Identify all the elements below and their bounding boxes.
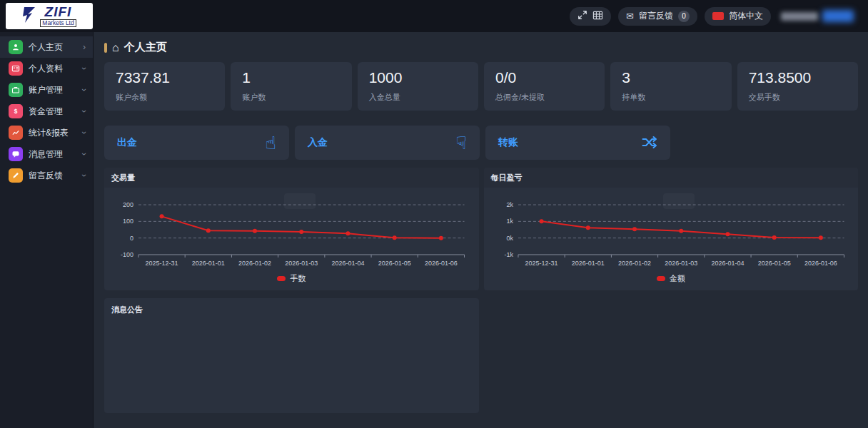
page-title-text: 个人主页 bbox=[124, 41, 167, 54]
charts-row: 交易量 2001000-1002025-12-312026-01-012026-… bbox=[104, 168, 858, 290]
grid-icon[interactable] bbox=[592, 10, 603, 23]
svg-text:2025-12-31: 2025-12-31 bbox=[146, 260, 178, 267]
sidebar-item-label: 资金管理 bbox=[29, 106, 63, 118]
legend-marker bbox=[657, 276, 665, 281]
fullscreen-icon[interactable] bbox=[577, 10, 587, 22]
svg-text:2026-01-03: 2026-01-03 bbox=[665, 260, 697, 267]
svg-text:100: 100 bbox=[123, 218, 133, 225]
announcements-title: 消息公告 bbox=[111, 305, 472, 315]
pnl-chart-legend[interactable]: 金额 bbox=[488, 272, 854, 290]
stat-label: 账户余额 bbox=[116, 92, 213, 103]
stat-card-deposits: 1000 入金总量 bbox=[358, 62, 478, 111]
chat-icon bbox=[9, 147, 23, 161]
user-menu[interactable] bbox=[778, 6, 857, 27]
svg-text:2k: 2k bbox=[506, 201, 513, 208]
feedback-count-badge: 0 bbox=[678, 11, 690, 22]
chevron-down-icon: › bbox=[80, 88, 89, 91]
legend-label: 金额 bbox=[670, 273, 685, 284]
chevron-down-icon: › bbox=[80, 174, 89, 177]
svg-text:$: $ bbox=[14, 108, 18, 115]
logo-subtitle: Markets Ltd bbox=[40, 19, 76, 27]
main-content: ⌂ 个人主页 7337.81 账户余额 1 账户数 1000 入金总量 0/0 … bbox=[94, 32, 868, 428]
stat-card-accounts: 1 账户数 bbox=[231, 62, 351, 111]
actions-row: 出金 ☝ 入金 ☟ 转账 bbox=[104, 126, 858, 160]
svg-text:2026-01-04: 2026-01-04 bbox=[331, 260, 364, 267]
username-blurred bbox=[781, 12, 818, 21]
flag-icon bbox=[712, 12, 724, 20]
stat-card-commission: 0/0 总佣金/未提取 bbox=[484, 62, 605, 111]
sidebar-item-label: 个人资料 bbox=[29, 63, 63, 75]
volume-chart-legend[interactable]: 手数 bbox=[108, 272, 475, 290]
stat-label: 入金总量 bbox=[369, 92, 467, 103]
svg-text:0k: 0k bbox=[506, 235, 513, 242]
dollar-icon: $ bbox=[9, 104, 23, 118]
volume-chart-panel: 交易量 2001000-1002025-12-312026-01-012026-… bbox=[104, 168, 479, 290]
chevron-down-icon: › bbox=[80, 131, 89, 134]
sidebar-item-home[interactable]: 个人主页 › bbox=[0, 36, 93, 58]
svg-text:2026-01-06: 2026-01-06 bbox=[804, 260, 837, 267]
chevron-down-icon: › bbox=[80, 67, 89, 70]
home-icon: ⌂ bbox=[112, 42, 119, 54]
transfer-button[interactable]: 转账 bbox=[485, 126, 670, 160]
svg-text:200: 200 bbox=[123, 201, 133, 208]
transfer-label: 转账 bbox=[498, 136, 518, 149]
hand-up-icon: ☝ bbox=[266, 134, 276, 152]
svg-text:2026-01-01: 2026-01-01 bbox=[192, 260, 225, 267]
title-accent-bar bbox=[104, 43, 107, 53]
withdraw-button[interactable]: 出金 ☝ bbox=[104, 126, 289, 160]
logo[interactable]: ZIFI Markets Ltd bbox=[6, 3, 93, 29]
chevron-down-icon: › bbox=[80, 153, 89, 156]
stat-value: 1000 bbox=[369, 69, 467, 86]
language-selector[interactable]: 简体中文 bbox=[705, 7, 771, 26]
stats-row: 7337.81 账户余额 1 账户数 1000 入金总量 0/0 总佣金/未提取… bbox=[104, 62, 858, 111]
page-title: ⌂ 个人主页 bbox=[104, 41, 858, 54]
svg-text:-1k: -1k bbox=[504, 251, 513, 258]
stat-value: 713.8500 bbox=[749, 69, 847, 86]
topbar-tools bbox=[570, 7, 611, 26]
sidebar: 个人主页 › 个人资料 › 账户管理 › $ 资金管理 bbox=[0, 32, 94, 428]
user-icon bbox=[9, 40, 23, 54]
sidebar-item-feedback[interactable]: 留言反馈 › bbox=[0, 165, 93, 186]
avatar bbox=[822, 10, 854, 22]
svg-text:-100: -100 bbox=[121, 251, 133, 258]
stat-label: 账户数 bbox=[242, 92, 340, 103]
sidebar-item-label: 统计&报表 bbox=[29, 127, 69, 139]
stat-value: 3 bbox=[622, 69, 720, 86]
sidebar-item-label: 留言反馈 bbox=[29, 170, 63, 182]
feedback-button[interactable]: ✉ 留言反馈 0 bbox=[618, 7, 697, 26]
id-card-icon bbox=[9, 61, 23, 76]
svg-text:2026-01-02: 2026-01-02 bbox=[238, 260, 271, 267]
deposit-button[interactable]: 入金 ☟ bbox=[295, 126, 480, 160]
chart-icon bbox=[9, 126, 23, 140]
withdraw-label: 出金 bbox=[117, 136, 137, 149]
sidebar-item-label: 消息管理 bbox=[29, 148, 63, 160]
pnl-line-chart: 2k1k0k-1k2025-12-312026-01-012026-01-022… bbox=[488, 192, 854, 272]
pencil-icon bbox=[9, 168, 23, 183]
pnl-chart-panel: 每日盈亏 2k1k0k-1k2025-12-312026-01-012026-0… bbox=[484, 168, 859, 290]
svg-text:2026-01-02: 2026-01-02 bbox=[618, 260, 651, 267]
svg-text:0: 0 bbox=[130, 235, 133, 242]
chevron-down-icon: › bbox=[80, 110, 89, 113]
legend-marker bbox=[277, 276, 286, 281]
shuffle-icon bbox=[642, 134, 657, 152]
language-label: 简体中文 bbox=[729, 10, 763, 22]
deposit-label: 入金 bbox=[308, 136, 328, 149]
sidebar-item-profile[interactable]: 个人资料 › bbox=[0, 58, 93, 79]
sidebar-item-accounts[interactable]: 账户管理 › bbox=[0, 79, 93, 101]
sidebar-item-funds[interactable]: $ 资金管理 › bbox=[0, 101, 93, 122]
svg-text:2026-01-03: 2026-01-03 bbox=[285, 260, 318, 267]
sidebar-item-reports[interactable]: 统计&报表 › bbox=[0, 122, 93, 143]
svg-text:2026-01-01: 2026-01-01 bbox=[571, 260, 604, 267]
svg-text:2025-12-31: 2025-12-31 bbox=[525, 260, 557, 267]
envelope-icon: ✉ bbox=[626, 11, 634, 21]
sidebar-item-label: 个人主页 bbox=[29, 41, 63, 54]
sidebar-item-messages[interactable]: 消息管理 › bbox=[0, 143, 93, 165]
stat-card-lots: 713.8500 交易手数 bbox=[737, 62, 858, 111]
svg-text:2026-01-05: 2026-01-05 bbox=[378, 260, 411, 267]
logo-z-icon bbox=[22, 6, 38, 27]
stat-value: 7337.81 bbox=[116, 69, 213, 86]
stat-card-balance: 7337.81 账户余额 bbox=[104, 62, 225, 111]
logo-title: ZIFI bbox=[45, 5, 72, 19]
chevron-right-icon: › bbox=[83, 43, 86, 51]
hand-down-icon: ☟ bbox=[456, 134, 467, 152]
